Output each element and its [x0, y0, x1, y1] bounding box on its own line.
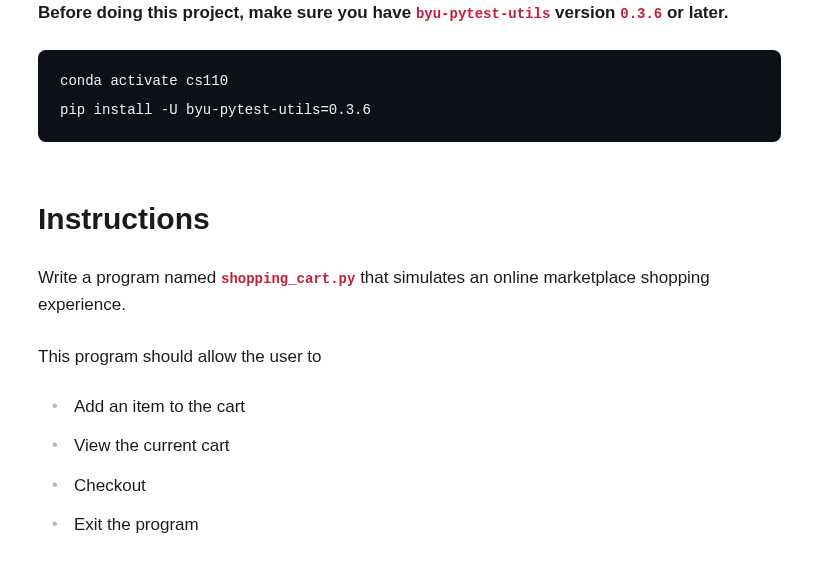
intro-prefix: Before doing this project, make sure you…	[38, 3, 416, 22]
list-item: Add an item to the cart	[52, 394, 781, 420]
version-code: 0.3.6	[620, 6, 662, 22]
intro-middle: version	[550, 3, 620, 22]
para1-prefix: Write a program named	[38, 268, 221, 287]
instructions-para-2: This program should allow the user to	[38, 343, 781, 370]
package-name-code: byu-pytest-utils	[416, 6, 550, 22]
filename-code: shopping_cart.py	[221, 271, 355, 287]
list-item: Checkout	[52, 473, 781, 499]
list-item: View the current cart	[52, 433, 781, 459]
install-code-block: conda activate cs110 pip install -U byu-…	[38, 50, 781, 143]
intro-suffix: or later.	[662, 3, 728, 22]
actions-list: Add an item to the cart View the current…	[38, 394, 781, 538]
instructions-heading: Instructions	[38, 202, 781, 236]
list-item: Exit the program	[52, 512, 781, 538]
instructions-para-1: Write a program named shopping_cart.py t…	[38, 264, 781, 318]
intro-paragraph: Before doing this project, make sure you…	[38, 0, 781, 26]
